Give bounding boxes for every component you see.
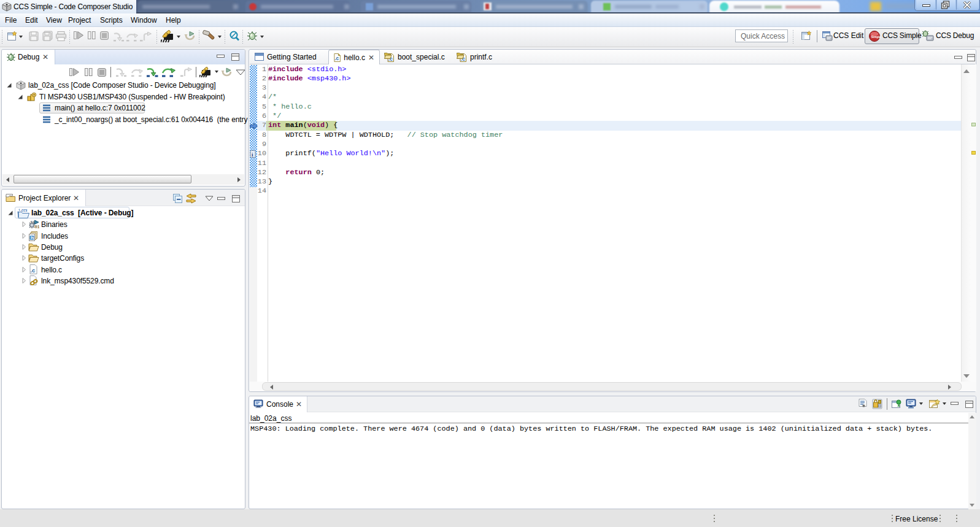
svg-text:.c: .c bbox=[334, 56, 339, 61]
svg-text:h: h bbox=[31, 235, 34, 240]
svg-text:01: 01 bbox=[35, 225, 40, 229]
svg-text:.c: .c bbox=[31, 267, 36, 274]
svg-text:Simple: Simple bbox=[871, 35, 881, 39]
svg-text:ccs: ccs bbox=[21, 207, 27, 213]
